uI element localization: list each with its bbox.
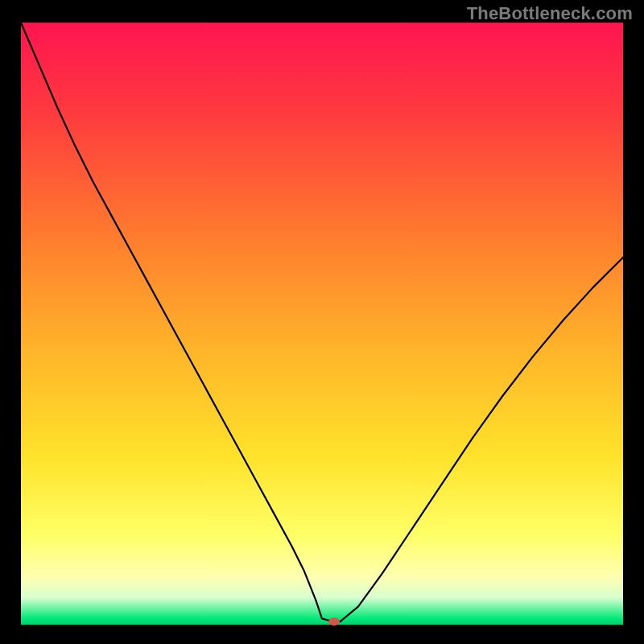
chart-container: TheBottleneck.com — [0, 0, 644, 644]
plot-background — [21, 23, 623, 625]
watermark-text: TheBottleneck.com — [467, 3, 633, 24]
optimum-marker — [328, 617, 340, 625]
bottleneck-chart — [0, 0, 644, 644]
